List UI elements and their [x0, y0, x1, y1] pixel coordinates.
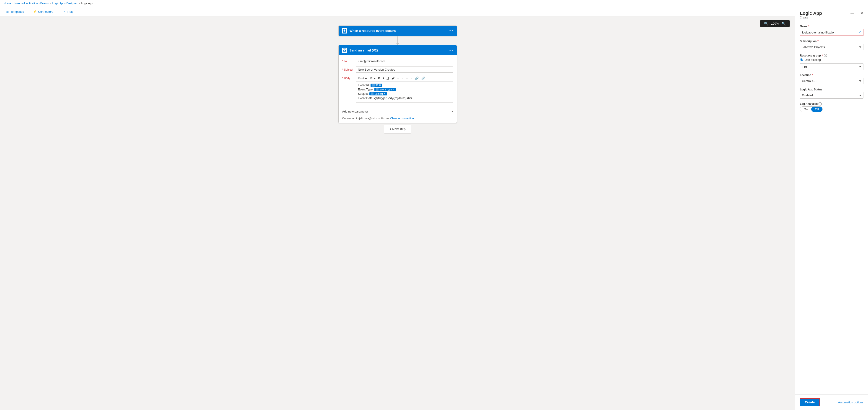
- subject-token[interactable]: Subject ✕: [369, 92, 387, 95]
- templates-label: Templates: [10, 10, 24, 13]
- italic-button[interactable]: I: [382, 76, 385, 81]
- trigger-title: When a resource event occurs: [349, 29, 446, 33]
- help-label: Help: [67, 10, 73, 13]
- name-label: Name *: [800, 25, 863, 28]
- underline-button[interactable]: U: [386, 76, 390, 81]
- body-editor: Font 12 B I U 🖌 ≡: [356, 75, 453, 103]
- connectors-button[interactable]: ⚡ Connectors: [31, 9, 55, 14]
- name-input-container: ✓: [800, 29, 863, 36]
- close-panel-button[interactable]: ✕: [860, 11, 863, 16]
- new-step-button[interactable]: + New step: [384, 125, 411, 133]
- email-menu-button[interactable]: ···: [448, 48, 453, 53]
- right-panel: Logic App Create — □ ✕ Name * ✓: [795, 7, 868, 410]
- resource-group-info-icon[interactable]: i: [824, 54, 827, 57]
- bold-button[interactable]: B: [377, 76, 381, 81]
- help-icon: ?: [62, 10, 66, 13]
- trigger-header: When a resource event occurs ···: [339, 26, 457, 36]
- brush-button[interactable]: 🖌: [391, 76, 395, 81]
- event-id-token[interactable]: ID ✕: [371, 84, 382, 87]
- zoom-out-button[interactable]: 🔍: [763, 22, 769, 26]
- to-label: To: [342, 58, 356, 63]
- location-label: Location *: [800, 73, 863, 77]
- resource-group-label: Resource group * i: [800, 54, 863, 57]
- help-button[interactable]: ? Help: [61, 9, 75, 14]
- breadcrumb-home[interactable]: Home: [4, 2, 11, 5]
- subject-field-row: Subject: [342, 66, 453, 73]
- event-id-close[interactable]: ✕: [379, 84, 381, 86]
- toolbar: ▦ Templates ⚡ Connectors ? Help: [0, 7, 795, 17]
- email-body: To Subject Body: [339, 55, 457, 108]
- location-select[interactable]: Central US: [800, 78, 863, 84]
- event-data-line: Event Data: @{triggerBody()?['data']}<br…: [358, 96, 451, 100]
- breadcrumb-designer[interactable]: Logic Apps Designer: [52, 2, 77, 5]
- log-analytics-info-icon[interactable]: i: [818, 102, 822, 105]
- subject-close[interactable]: ✕: [384, 93, 385, 95]
- align-center-button[interactable]: ≡: [410, 76, 413, 81]
- font-family-select[interactable]: Font: [358, 76, 368, 80]
- subscription-label: Subscription *: [800, 40, 863, 43]
- name-input[interactable]: [800, 29, 857, 35]
- log-analytics-form-group: Log Analytics i On Off: [800, 102, 863, 112]
- status-select[interactable]: Enabled: [800, 92, 863, 99]
- location-form-group: Location * Central US: [800, 73, 863, 84]
- panel-title: Logic App: [800, 11, 822, 16]
- designer-canvas: 🔍 100% 🔍 When a resource event occur: [0, 17, 795, 410]
- to-field-row: To: [342, 58, 453, 64]
- event-type-line: Event Type: Event Type ✕: [358, 88, 451, 91]
- align-left-button[interactable]: ≡: [405, 76, 409, 81]
- connectors-label: Connectors: [38, 10, 53, 13]
- zoom-in-button[interactable]: 🔍: [780, 22, 787, 26]
- templates-button[interactable]: ▦ Templates: [4, 9, 26, 14]
- body-content[interactable]: Event Id: ID ✕ Event Type:: [356, 82, 453, 102]
- subject-line: Subject: Subject ✕: [358, 92, 451, 95]
- resource-group-select[interactable]: ji-rg: [800, 63, 863, 70]
- breadcrumb-current: Logic App: [81, 2, 93, 5]
- add-param-label: Add new parameter: [342, 110, 368, 113]
- subscription-select[interactable]: Jalichwa Projects: [800, 44, 863, 50]
- email-action-block: Send an email (V2) ··· To Subject: [338, 45, 457, 123]
- trigger-menu-button[interactable]: ···: [448, 29, 453, 33]
- log-off-option[interactable]: Off: [811, 106, 823, 112]
- log-on-option[interactable]: On: [800, 106, 811, 112]
- create-button[interactable]: Create: [800, 398, 820, 406]
- use-existing-radio[interactable]: Use existing: [800, 58, 863, 62]
- body-field-row: Body Font 12 B I: [342, 75, 453, 103]
- numbered-list-button[interactable]: ≡: [401, 76, 404, 81]
- token-icon-3: [371, 93, 373, 95]
- breadcrumb-events[interactable]: kv-emailnotification - Events: [14, 2, 49, 5]
- font-size-select[interactable]: 12: [369, 76, 376, 80]
- automation-options-link[interactable]: Automation options: [838, 401, 863, 404]
- event-type-token[interactable]: Event Type ✕: [374, 88, 396, 91]
- email-header: Send an email (V2) ···: [339, 45, 457, 55]
- body-label: Body: [342, 75, 356, 80]
- panel-body: Name * ✓ Subscription * Jalichwa Project…: [795, 21, 868, 394]
- log-analytics-label: Log Analytics i: [800, 102, 863, 105]
- panel-footer: Create Automation options: [795, 394, 868, 410]
- subject-label: Subject: [342, 66, 356, 71]
- zoom-controls: 🔍 100% 🔍: [760, 20, 789, 27]
- change-connection-link[interactable]: Change connection.: [390, 117, 414, 120]
- zoom-level: 100%: [771, 22, 779, 25]
- templates-icon: ▦: [5, 10, 9, 13]
- flow-container: When a resource event occurs ···: [329, 26, 466, 133]
- resource-group-form-group: Resource group * i Use existing ji-rg: [800, 54, 863, 70]
- connected-info: Connected to jalichwa@microsoft.com. Cha…: [339, 115, 457, 123]
- unlink-button[interactable]: 🔗: [421, 76, 426, 81]
- arrow-connector-1: [396, 36, 399, 45]
- to-input[interactable]: [356, 58, 453, 64]
- status-form-group: Logic App Status Enabled: [800, 88, 863, 99]
- link-button[interactable]: 🔗: [414, 76, 420, 81]
- bullet-list-button[interactable]: ≡: [396, 76, 400, 81]
- log-analytics-toggle: On Off: [800, 106, 823, 112]
- token-icon: [372, 84, 375, 87]
- maximize-button[interactable]: □: [856, 11, 858, 15]
- minimize-button[interactable]: —: [850, 11, 854, 15]
- event-type-close[interactable]: ✕: [393, 88, 395, 91]
- subject-input[interactable]: [356, 66, 453, 73]
- use-existing-radio-input[interactable]: [800, 58, 803, 61]
- add-parameter-row[interactable]: Add new parameter ▾: [339, 108, 457, 115]
- body-toolbar: Font 12 B I U 🖌 ≡: [356, 75, 453, 82]
- panel-header: Logic App Create — □ ✕: [795, 7, 868, 21]
- new-step-label: + New step: [390, 127, 405, 131]
- connectors-icon: ⚡: [33, 10, 37, 13]
